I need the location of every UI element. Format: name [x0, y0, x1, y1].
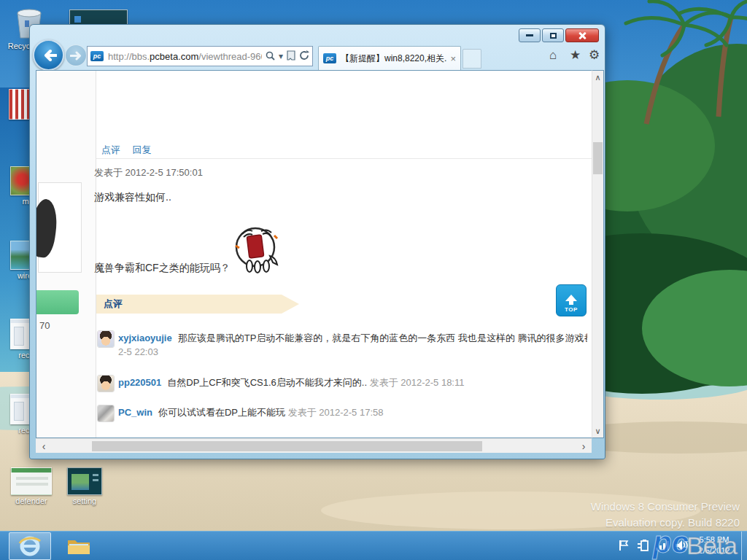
- vertical-scroll-thumb[interactable]: [593, 142, 603, 174]
- compatibility-view-icon[interactable]: [287, 50, 295, 62]
- commenter-avatar[interactable]: [97, 375, 115, 392]
- back-arrow-icon: [41, 49, 57, 62]
- build-watermark-line1: Windows 8 Consumer Preview: [591, 500, 740, 513]
- post-text-line1: 游戏兼容性如何..: [94, 191, 171, 204]
- comment-time-wrapped: 2-5 22:03: [118, 346, 158, 357]
- new-tab-button[interactable]: [462, 49, 481, 69]
- forward-arrow-icon: [70, 51, 82, 61]
- commenter-avatar[interactable]: [97, 330, 115, 348]
- up-arrow-icon: [569, 300, 573, 305]
- url-scheme: http://bbs.: [108, 51, 150, 62]
- thumbnail-detail: [14, 327, 24, 346]
- maximize-icon: [550, 33, 557, 39]
- post-action-links: 点评 回复: [101, 143, 151, 157]
- top-button-label: TOP: [565, 306, 578, 313]
- search-dropdown-icon[interactable]: ▾: [279, 52, 283, 61]
- taskbar: 5:58 PM 2/5/2012: [0, 531, 747, 560]
- page-viewport: 70 点评 回复 发表于 2012-2-5 17:50:01 游戏兼容性如何..…: [36, 70, 592, 438]
- internet-explorer-icon: [18, 534, 42, 558]
- comment-line: pp220501自然DP上CF和突飞CS1.6启动不能我才来问的.. 发表于 2…: [118, 376, 587, 389]
- tab-close-icon[interactable]: ×: [450, 53, 456, 64]
- comment-text: 你可以试试看在DP上能不能玩: [158, 407, 285, 418]
- refresh-icon[interactable]: [299, 50, 309, 62]
- scroll-down-icon[interactable]: ∨: [592, 426, 603, 436]
- back-button[interactable]: [33, 39, 64, 71]
- pcbeta-logo-text: pc: [652, 525, 689, 559]
- avatar-image: [98, 405, 114, 421]
- forward-button[interactable]: [65, 44, 87, 66]
- maximize-button[interactable]: [542, 28, 564, 42]
- browser-window: pc http://bbs.pcbeta.com/viewthread-9666…: [29, 24, 605, 459]
- post-count: 70: [39, 320, 50, 331]
- comment-line: xyjxiaoyujie那应该是腾讯的TP启动不能兼容的，就是右下角的蓝色的一条…: [118, 332, 587, 345]
- defender-label: defender: [8, 497, 55, 505]
- comment-row: xyjxiaoyujie那应该是腾讯的TP启动不能兼容的，就是右下角的蓝色的一条…: [97, 330, 587, 362]
- vertical-scrollbar[interactable]: ∧ ∨: [592, 70, 604, 438]
- folder-icon: [66, 536, 91, 556]
- url-path: /viewthread-96662: [198, 51, 262, 62]
- scroll-right-icon[interactable]: ›: [578, 439, 589, 453]
- tab-favicon: pc: [323, 53, 336, 63]
- commenter-username[interactable]: pp220501: [118, 377, 161, 388]
- comment-text: 那应该是腾讯的TP启动不能兼容的，就是右下角的蓝色的一条东西 我也是这样的 腾讯…: [178, 332, 587, 343]
- taskbar-explorer-button[interactable]: [61, 534, 96, 559]
- thumbnail-detail: [16, 483, 48, 486]
- search-icon[interactable]: [266, 51, 275, 62]
- action-center-flag-icon[interactable]: [617, 539, 630, 555]
- pcbeta-logo-watermark: pc Beta: [651, 525, 746, 560]
- back-to-top-button[interactable]: TOP: [556, 284, 587, 316]
- book-icon[interactable]: [9, 89, 31, 120]
- thumbnail-detail: [71, 474, 89, 490]
- rage-face-emoticon: [232, 224, 280, 276]
- home-icon[interactable]: ⌂: [549, 49, 557, 61]
- address-bar[interactable]: pc http://bbs.pcbeta.com/viewthread-9666…: [87, 46, 313, 66]
- comment-row: PC_win你可以试试看在DP上能不能玩 发表于 2012-2-5 17:58: [97, 405, 587, 424]
- commenter-username[interactable]: PC_win: [118, 407, 152, 418]
- avatar-image: [98, 376, 114, 392]
- reply-link[interactable]: 回复: [132, 144, 151, 155]
- poster-avatar[interactable]: [38, 182, 82, 273]
- commenter-avatar[interactable]: [97, 405, 115, 422]
- comments-section-title: 点评: [104, 298, 123, 311]
- setting-label: setting: [67, 497, 102, 505]
- thumbnail-detail: [14, 402, 24, 421]
- horizontal-scroll-thumb[interactable]: [92, 441, 482, 451]
- minimize-button[interactable]: [519, 28, 541, 42]
- browser-tab[interactable]: pc 【新提醒】win8,8220,相关... ×: [318, 46, 461, 70]
- comments-section-ribbon: 点评: [96, 295, 299, 314]
- pcbeta-beta-text: Beta: [686, 532, 738, 559]
- url-domain: pcbeta.com: [150, 51, 198, 62]
- comment-link[interactable]: 点评: [101, 144, 120, 155]
- setting-icon[interactable]: [67, 467, 102, 495]
- comment-time: 发表于 2012-2-5 18:11: [370, 377, 465, 388]
- url-text[interactable]: http://bbs.pcbeta.com/viewthread-96662: [108, 51, 262, 62]
- post-timestamp: 发表于 2012-2-5 17:50:01: [94, 166, 203, 179]
- divider: [96, 158, 592, 159]
- scroll-left-icon[interactable]: ‹: [39, 439, 49, 453]
- close-button[interactable]: [565, 28, 599, 42]
- comment-line: PC_win你可以试试看在DP上能不能玩 发表于 2012-2-5 17:58: [118, 406, 587, 419]
- comment-text: 自然DP上CF和突飞CS1.6启动不能我才来问的..: [167, 377, 367, 388]
- user-status-badge[interactable]: [36, 290, 79, 314]
- comment-time: 发表于 2012-2-5 17:58: [288, 407, 384, 418]
- tab-title: 【新提醒】win8,8220,相关...: [341, 52, 447, 65]
- site-favicon: pc: [90, 51, 104, 61]
- thumbnail-detail: [93, 479, 98, 481]
- tools-gear-icon[interactable]: ⚙: [589, 49, 600, 61]
- desktop: Recyc m wire reco reco defender setting …: [0, 0, 747, 560]
- power-battery-icon[interactable]: [636, 539, 651, 555]
- defender-icon[interactable]: [11, 467, 52, 495]
- comment-row: pp220501自然DP上CF和突飞CS1.6启动不能我才来问的.. 发表于 2…: [97, 375, 587, 394]
- favorites-star-icon[interactable]: ★: [570, 49, 581, 61]
- close-icon: [578, 31, 587, 40]
- horizontal-scrollbar[interactable]: ‹ ›: [36, 438, 592, 453]
- thumbnail-detail: [74, 16, 81, 23]
- minimize-icon: [526, 34, 533, 36]
- commenter-username[interactable]: xyjxiaoyujie: [118, 332, 172, 343]
- avatar-image: [98, 331, 114, 347]
- thumbnail-detail: [93, 474, 98, 476]
- taskbar-ie-button[interactable]: [9, 532, 51, 560]
- post-text-line2: 魔兽争霸和CF之类的能玩吗？: [94, 262, 231, 275]
- thumbnail-detail: [16, 477, 48, 480]
- scroll-up-icon[interactable]: ∧: [592, 72, 603, 82]
